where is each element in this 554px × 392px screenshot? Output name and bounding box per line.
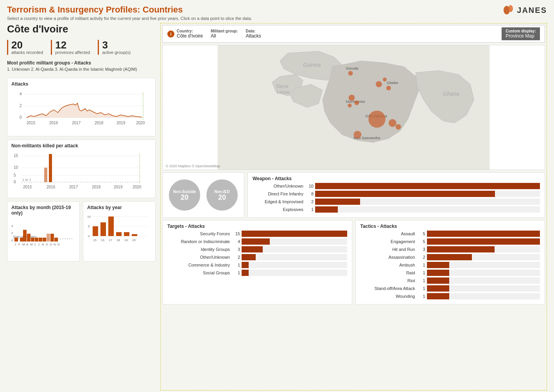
weapon-bar-row: Edged & Improvised 2 xyxy=(253,199,540,205)
svg-rect-48 xyxy=(50,234,54,242)
monthly-chart: Attacks by month (2015-19 only) Even dis… xyxy=(7,201,80,261)
weapon-bar-label: Other/Unknown xyxy=(253,184,303,188)
svg-text:2016: 2016 xyxy=(47,185,56,189)
svg-rect-49 xyxy=(54,238,58,242)
svg-text:10: 10 xyxy=(14,165,18,170)
svg-text:15: 15 xyxy=(14,154,18,158)
weapon-chart-title: Weapon - Attacks xyxy=(253,176,540,181)
filter-militant: Militant group: All xyxy=(211,29,238,39)
logo-area: JANES xyxy=(503,5,547,16)
weapon-bar-track xyxy=(315,206,540,213)
tactic-bar-track xyxy=(427,246,540,252)
custom-display-box[interactable]: Custom display: Province Map xyxy=(502,27,540,40)
svg-rect-43 xyxy=(31,238,34,242)
weapon-bars: Other/Unknown 10 Direct Fire Infantry 8 … xyxy=(253,183,540,213)
target-bar-fill xyxy=(242,246,263,252)
weapon-bar-label: Edged & Improvised xyxy=(253,199,303,204)
svg-text:M: M xyxy=(30,243,33,246)
svg-rect-40 xyxy=(20,238,23,242)
target-bar-value: 3 xyxy=(231,247,240,252)
svg-text:18: 18 xyxy=(117,238,120,242)
weapon-bar-fill xyxy=(315,191,495,197)
svg-point-105 xyxy=(348,71,353,76)
svg-text:16: 16 xyxy=(101,238,104,242)
svg-point-100 xyxy=(348,104,352,107)
militant-filter-value: All xyxy=(211,33,238,39)
target-bar-label: Security Forces xyxy=(167,231,230,236)
target-bar-fill xyxy=(242,262,249,268)
svg-text:0: 0 xyxy=(14,180,16,184)
country-filter-value: Côte d'Ivoire xyxy=(177,33,203,39)
non-suicide-circle: Non-Suicide 20 xyxy=(169,179,200,211)
weapon-bar-value: 1 xyxy=(305,207,314,212)
weapon-chart: Weapon - Attacks Other/Unknown 10 Direct… xyxy=(247,172,545,218)
target-bar-row: Security Forces 15 xyxy=(167,231,347,237)
map-svg: Guinea Sierra Leone Ghana Gouala Gbeke M… xyxy=(163,45,545,170)
map-container[interactable]: Guinea Sierra Leone Ghana Gouala Gbeke M… xyxy=(162,45,545,170)
svg-text:Ghana: Ghana xyxy=(443,91,459,97)
tactic-bar-row: Engagement 5 xyxy=(360,238,540,245)
svg-text:2018: 2018 xyxy=(92,185,101,189)
weapon-bar-row: Other/Unknown 10 xyxy=(253,183,540,189)
weapon-bar-track xyxy=(315,183,540,189)
tactics-chart: Tactics - Attacks Assault 5 Engagement 5… xyxy=(355,220,545,304)
svg-text:Sierra: Sierra xyxy=(276,84,289,89)
svg-rect-73 xyxy=(132,234,137,236)
svg-text:2019: 2019 xyxy=(114,185,123,189)
svg-text:2017: 2017 xyxy=(72,121,81,125)
target-bar-track xyxy=(242,254,347,260)
yearly-bar-chart: 10 5 0 xyxy=(87,212,150,251)
filter-info-icon[interactable]: i Country: Côte d'Ivoire xyxy=(167,29,203,39)
tactic-bar-track xyxy=(427,262,540,268)
target-bar-row: Commerce & Industry 1 xyxy=(167,262,347,268)
tactic-bar-row: Wounding 1 xyxy=(360,293,540,299)
svg-text:Leone: Leone xyxy=(277,90,290,95)
groups-number: 3 xyxy=(102,40,131,50)
tactic-bar-label: Assault xyxy=(360,231,415,236)
tactic-bar-value: 1 xyxy=(417,278,425,283)
yearly-chart: Attacks by year 10 5 0 xyxy=(83,201,156,261)
svg-rect-71 xyxy=(116,232,122,236)
target-bar-label: Other/Unknown xyxy=(167,255,230,260)
svg-text:J: J xyxy=(38,243,39,246)
stats-row: 20 attacks recorded 12 provinces affecte… xyxy=(7,40,156,55)
svg-point-102 xyxy=(389,119,396,127)
svg-rect-41 xyxy=(23,230,27,242)
bottom-data-row: Targets - Attacks Security Forces 15 Ran… xyxy=(162,220,545,304)
page-subtitle: Select a country to view a profile of mi… xyxy=(7,16,252,21)
target-bar-track xyxy=(242,246,347,252)
middle-row: Non-Suicide 20 Non-IED 20 Weapon - Attac… xyxy=(162,172,545,218)
kills-line-chart: 15 10 5 0 1 to 1 2015 2016 2017 2018 xyxy=(11,150,144,193)
svg-rect-72 xyxy=(124,232,129,236)
svg-rect-31 xyxy=(44,168,47,182)
attacks-chart-title: Attacks xyxy=(11,81,151,87)
target-bar-label: Identity Groups xyxy=(167,247,230,252)
target-bar-label: Commerce & Industry xyxy=(167,263,230,267)
stat-attacks: 20 attacks recorded xyxy=(7,40,43,55)
stat-provinces: 12 provinces affected xyxy=(51,40,90,55)
targets-chart-title: Targets - Attacks xyxy=(167,224,347,229)
monthly-chart-title: Attacks by month (2015-19 only) xyxy=(11,205,75,216)
tactic-bar-row: Assassination 2 xyxy=(360,254,540,260)
svg-rect-47 xyxy=(47,234,50,242)
tactic-bar-value: 5 xyxy=(417,231,425,236)
svg-text:4: 4 xyxy=(20,92,22,96)
data-filter-value: Attacks xyxy=(246,33,261,39)
non-ied-circle: Non-IED 20 xyxy=(206,179,238,211)
svg-text:5: 5 xyxy=(88,225,90,228)
yearly-chart-title: Attacks by year xyxy=(87,205,151,210)
tactic-bar-label: Raid xyxy=(360,270,415,275)
stat-groups: 3 active group(s) xyxy=(98,40,131,55)
target-bar-fill xyxy=(242,254,256,260)
tactic-bar-value: 5 xyxy=(417,239,425,244)
svg-point-98 xyxy=(349,95,355,101)
weapon-bar-track xyxy=(315,199,540,205)
svg-text:10: 10 xyxy=(87,215,91,218)
svg-rect-39 xyxy=(14,238,18,242)
svg-text:2016: 2016 xyxy=(49,121,58,125)
groups-label: active group(s) xyxy=(102,50,131,55)
janes-logo-icon xyxy=(503,5,514,16)
info-icon[interactable]: i xyxy=(167,30,174,38)
tactic-bar-label: Assassination xyxy=(360,255,415,260)
target-bar-track xyxy=(242,270,347,276)
